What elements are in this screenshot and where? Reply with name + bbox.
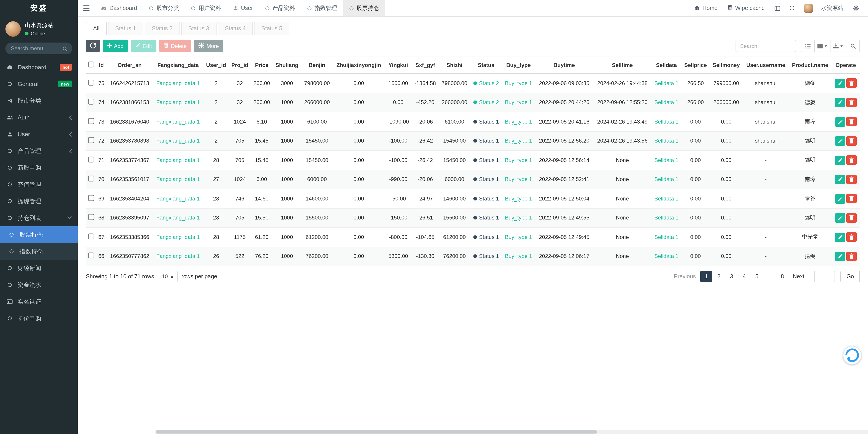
page-previous[interactable]: Previous: [670, 271, 700, 282]
fangxiang-link[interactable]: Fangxiang_data 1: [156, 138, 200, 144]
selldata-link[interactable]: Selldata 1: [654, 176, 679, 183]
sidebar-item-1[interactable]: Generalnew: [0, 76, 78, 92]
page-2[interactable]: 2: [713, 271, 725, 282]
search-icon[interactable]: [62, 45, 68, 53]
column-header[interactable]: Buytime: [535, 57, 593, 74]
buy_type-link[interactable]: Buy_type 1: [505, 99, 532, 106]
fangxiang-link[interactable]: Fangxiang_data 1: [156, 80, 200, 86]
column-header[interactable]: Order_sn: [106, 57, 153, 74]
row-edit-button[interactable]: [835, 117, 845, 126]
sidebar-item-3[interactable]: Auth: [0, 109, 78, 126]
sidebar-item-0[interactable]: Dashboardhot: [0, 59, 78, 76]
page-8[interactable]: 8: [776, 271, 788, 282]
row-checkbox[interactable]: [88, 233, 94, 239]
row-checkbox[interactable]: [88, 176, 94, 182]
fangxiang-link[interactable]: Fangxiang_data 1: [156, 119, 200, 125]
sidebar-item-7[interactable]: 充值管理: [0, 176, 78, 193]
fangxiang-link[interactable]: Fangxiang_data 1: [156, 234, 200, 240]
sidebar-item-4[interactable]: User: [0, 126, 78, 143]
edit-button[interactable]: Edit: [131, 40, 156, 52]
row-delete-button[interactable]: [846, 174, 857, 184]
column-header[interactable]: Id: [96, 57, 106, 74]
export-dropdown-button[interactable]: [830, 40, 846, 52]
row-delete-button[interactable]: [846, 232, 857, 242]
column-header[interactable]: Fangxiang_data: [153, 57, 204, 74]
top-tab-5[interactable]: 指数管理: [301, 0, 343, 16]
column-header[interactable]: Zhuijiaxinyongjin: [333, 57, 385, 74]
fangxiang-link[interactable]: Fangxiang_data 1: [156, 215, 200, 221]
settings-gear-button[interactable]: [848, 0, 864, 16]
buy_type-link[interactable]: Buy_type 1: [505, 119, 532, 125]
selldata-link[interactable]: Selldata 1: [654, 119, 679, 125]
row-edit-button[interactable]: [835, 98, 845, 107]
buy_type-link[interactable]: Buy_type 1: [505, 196, 532, 202]
table-search-input[interactable]: [736, 40, 796, 52]
fangxiang-link[interactable]: Fangxiang_data 1: [156, 99, 200, 106]
row-delete-button[interactable]: [846, 155, 857, 165]
filter-tab-status-1[interactable]: Status 1: [108, 22, 143, 35]
page-next[interactable]: Next: [789, 271, 808, 282]
refresh-button[interactable]: [86, 40, 100, 52]
toggle-view-button[interactable]: [801, 40, 815, 52]
row-edit-button[interactable]: [835, 136, 845, 146]
buy_type-link[interactable]: Buy_type 1: [505, 157, 532, 163]
column-header[interactable]: Product.name: [789, 57, 832, 74]
buy_type-link[interactable]: Buy_type 1: [505, 176, 532, 183]
column-header[interactable]: User_id: [204, 57, 229, 74]
row-edit-button[interactable]: [835, 213, 845, 223]
row-edit-button[interactable]: [835, 232, 845, 242]
row-delete-button[interactable]: [846, 117, 857, 126]
selldata-link[interactable]: Selldata 1: [654, 234, 679, 240]
row-delete-button[interactable]: [846, 213, 857, 223]
top-tab-6[interactable]: 股票持仓: [343, 0, 385, 16]
sidebar-item-11[interactable]: 指数持仓: [0, 243, 78, 260]
filter-tab-status-4[interactable]: Status 4: [218, 22, 253, 35]
column-header[interactable]: Yingkui: [385, 57, 412, 74]
column-header[interactable]: Sellmoney: [710, 57, 743, 74]
page-5[interactable]: 5: [751, 271, 763, 282]
selldata-link[interactable]: Selldata 1: [654, 215, 679, 221]
topbar-user-menu[interactable]: 山水资源站: [799, 0, 848, 16]
page-4[interactable]: 4: [738, 271, 750, 282]
row-edit-button[interactable]: [835, 155, 845, 165]
column-header[interactable]: Pro_id: [229, 57, 251, 74]
fangxiang-link[interactable]: Fangxiang_data 1: [156, 253, 200, 260]
row-checkbox[interactable]: [88, 137, 94, 143]
sidebar-item-12[interactable]: 财经新闻: [0, 260, 78, 277]
row-edit-button[interactable]: [835, 175, 845, 184]
page-1[interactable]: 1: [700, 271, 712, 282]
add-button[interactable]: Add: [103, 40, 128, 52]
sidebar-item-8[interactable]: 提现管理: [0, 193, 78, 209]
row-edit-button[interactable]: [835, 194, 845, 203]
filter-tab-status-3[interactable]: Status 3: [181, 22, 216, 35]
row-checkbox[interactable]: [88, 214, 94, 220]
selldata-link[interactable]: Selldata 1: [654, 196, 679, 202]
sidebar-item-2[interactable]: 股市分类: [0, 92, 78, 109]
buy_type-link[interactable]: Buy_type 1: [505, 138, 532, 144]
go-button[interactable]: Go: [841, 271, 860, 282]
more-button[interactable]: More: [194, 40, 223, 52]
buy_type-link[interactable]: Buy_type 1: [505, 80, 532, 86]
select-all-checkbox[interactable]: [88, 62, 94, 67]
row-edit-button[interactable]: [835, 79, 845, 88]
delete-button[interactable]: Delete: [159, 40, 191, 52]
row-checkbox[interactable]: [88, 195, 94, 201]
goto-page-input[interactable]: [814, 271, 835, 282]
row-edit-button[interactable]: [835, 252, 845, 261]
column-header[interactable]: Sxf_gyf: [412, 57, 438, 74]
page-3[interactable]: 3: [725, 271, 737, 282]
top-tab-0[interactable]: Dashboard: [95, 0, 143, 16]
row-delete-button[interactable]: [846, 78, 857, 88]
fullscreen-button[interactable]: [784, 0, 799, 16]
chat-widget[interactable]: [843, 346, 862, 365]
row-checkbox[interactable]: [88, 118, 94, 124]
column-header[interactable]: Shizhi: [439, 57, 470, 74]
columns-dropdown-button[interactable]: [814, 40, 831, 52]
layout-toggle-button[interactable]: [770, 0, 784, 16]
top-tab-4[interactable]: 产品资料: [259, 0, 301, 16]
filter-tab-all[interactable]: All: [86, 22, 107, 35]
selldata-link[interactable]: Selldata 1: [654, 80, 679, 86]
row-checkbox[interactable]: [88, 99, 94, 105]
buy_type-link[interactable]: Buy_type 1: [505, 234, 532, 240]
column-header[interactable]: Status: [470, 57, 502, 74]
